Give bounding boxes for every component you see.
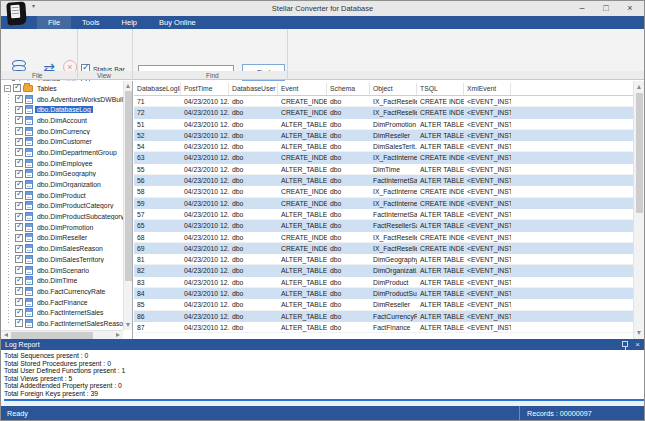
cell-posttime: 04/23/2010 12... [181,119,229,129]
scrollbar-thumb[interactable] [125,91,132,281]
scroll-left-icon[interactable] [4,333,8,337]
tab-file[interactable]: File [37,16,71,29]
scroll-down-icon[interactable] [637,331,641,335]
checkbox-icon[interactable]: ✓ [15,213,23,221]
table-row[interactable]: 5804/23/2010 12...dboCREATE_INDEXdboIX_F… [134,186,633,197]
column-header-tsql[interactable]: TSQL [417,83,464,95]
checkbox-icon[interactable]: ✓ [15,287,23,295]
pin-icon[interactable] [622,341,628,347]
table-row[interactable]: 6504/23/2010 12...dboALTER_TABLEdboFactR… [134,220,633,231]
checkbox-icon[interactable]: ✓ [15,116,23,124]
checkbox-icon[interactable]: ✓ [15,266,23,274]
column-header-databaseuser[interactable]: DatabaseUser [229,83,278,95]
checkbox-icon[interactable]: ✓ [15,202,23,210]
column-header-posttime[interactable]: PostTime [181,83,229,95]
grid-vertical-scrollbar[interactable] [633,81,644,339]
cell-databaselogid: 71 [134,96,181,106]
maximize-button[interactable]: □ [594,1,618,16]
checkbox-icon[interactable]: ✓ [15,309,23,317]
scroll-up-icon[interactable] [126,84,130,88]
app-logo-icon[interactable] [6,1,27,25]
scrollbar-thumb[interactable] [636,93,643,213]
table-row[interactable]: 8704/23/2010 12...dboALTER_TABLEdboFactF… [134,322,633,333]
checkbox-icon[interactable]: ✓ [15,106,23,114]
scroll-up-icon[interactable] [637,85,641,89]
table-row[interactable]: 8604/23/2010 12...dboALTER_TABLEdboFactC… [134,311,633,322]
minimize-button[interactable]: – [570,1,594,16]
scrollbar-thumb[interactable] [11,332,93,339]
checkbox-icon[interactable]: ✓ [15,319,23,327]
table-row[interactable]: 5204/23/2010 12...dboALTER_TABLEdboDimRe… [134,130,633,141]
cell-posttime: 04/23/2010 12... [181,141,229,151]
checkbox-icon[interactable]: ✓ [15,148,23,156]
checkbox-icon[interactable]: ✓ [15,234,23,242]
column-header-xmlevent[interactable]: XmlEvent [464,83,511,95]
table-row[interactable]: 6804/23/2010 12...dboCREATE_INDEXdboIX_F… [134,232,633,243]
column-header-schema[interactable]: Schema [327,83,370,95]
cell-databaseuser: dbo [229,209,278,219]
table-row[interactable]: 5604/23/2010 12...dboALTER_TABLEdboFactI… [134,175,633,186]
cell-object: FactInternetSal... [370,175,417,186]
table-row[interactable]: 5104/23/2010 12...dboALTER_TABLEdboDimPr… [134,119,633,130]
checkbox-icon[interactable]: ✓ [15,191,23,199]
column-header-databaselogid[interactable]: DatabaseLogID [134,83,181,95]
cell-event: CREATE_INDEX [278,96,327,106]
tree-expander-icon[interactable]: − [4,85,11,92]
table-row[interactable]: 8504/23/2010 12...dboALTER_TABLEdboDimRe… [134,299,633,310]
tree-vertical-scrollbar[interactable] [123,81,132,330]
log-line: Total Sequences present : 0 [4,352,644,360]
column-header-object[interactable]: Object [370,83,417,95]
checkbox-icon[interactable]: ✓ [15,255,23,263]
cell-tsql: ALTER TABLE [... [417,254,464,264]
table-row[interactable]: 5504/23/2010 12...dboALTER_TABLEdboDimTi… [134,164,633,175]
tab-help[interactable]: Help [111,16,148,29]
cell-tsql: ALTER TABLE [... [417,164,464,174]
cell-xmlevent: <EVENT_INST... [464,141,511,151]
table-row[interactable]: 6904/23/2010 12...dboCREATE_INDEXdboIX_F… [134,243,633,254]
tree-item[interactable]: ✓dbo.FactInternetSalesReason [1,318,123,329]
table-row[interactable]: 8404/23/2010 12...dboALTER_TABLEdboDimPr… [134,288,633,299]
table-row[interactable]: 7104/23/2010 12...dboCREATE_INDEXdboIX_F… [134,96,633,107]
checkbox-icon[interactable]: ✓ [15,170,23,178]
tab-tools[interactable]: Tools [71,16,111,29]
tree-root-label: Tables [35,85,59,92]
cell-xmlevent: <EVENT_INST... [464,119,511,129]
checkbox-icon[interactable]: ✓ [15,181,23,189]
table-row[interactable]: 5704/23/2010 12...dboALTER_TABLEdboFactI… [134,209,633,220]
checkbox-icon[interactable]: ✓ [15,138,23,146]
table-row[interactable]: 5404/23/2010 12...dboALTER_TABLEdboDimSa… [134,141,633,152]
scroll-right-icon[interactable] [116,333,120,337]
checkbox-icon[interactable]: ✓ [15,95,23,103]
cell-databaselogid: 82 [134,265,181,276]
checkbox-icon[interactable]: ✓ [15,159,23,167]
table-row[interactable]: 8204/23/2010 12...dboALTER_TABLEdboDimOr… [134,265,633,276]
table-icon [25,244,33,253]
cell-databaseuser: dbo [229,152,278,163]
checkbox-icon[interactable]: ✓ [15,245,23,253]
cell-object: DimProduct [370,277,417,287]
checkbox-icon[interactable]: ✓ [15,223,23,231]
table-row[interactable]: 6304/23/2010 12...dboCREATE_INDEXdboIX_F… [134,152,633,163]
checkbox-icon[interactable]: ✓ [15,127,23,135]
table-row[interactable]: 8304/23/2010 12...dboALTER_TABLEdboDimPr… [134,277,633,288]
close-panel-icon[interactable]: × [635,339,640,350]
close-button[interactable]: × [618,1,642,16]
table-row[interactable]: 8104/23/2010 12...dboALTER_TABLEdboDimGe… [134,254,633,265]
cell-databaselogid: 86 [134,311,181,322]
cell-event: CREATE_INDEX [278,186,327,196]
cell-tsql: CREATE INDEX... [417,186,464,196]
checkbox-icon[interactable]: ✓ [15,277,23,285]
cell-posttime: 04/23/2010 12... [181,107,229,118]
table-row[interactable]: 7204/23/2010 12...dboCREATE_INDEXdboIX_F… [134,107,633,118]
checkbox-icon[interactable]: ✓ [15,298,23,306]
tree-horizontal-scrollbar[interactable] [1,330,123,339]
scroll-down-icon[interactable] [126,323,130,327]
table-row[interactable]: 5904/23/2010 12...dboCREATE_INDEXdboIX_F… [134,198,633,209]
tab-buy-online[interactable]: Buy Online [148,16,207,29]
checkbox-icon[interactable]: ✓ [13,84,21,92]
cell-object: DimGeography [370,254,417,264]
cell-schema: dbo [327,141,370,151]
column-header-event[interactable]: Event [278,83,327,95]
tables-tree-panel: −✓Tables✓dbo.AdventureWorksDWBuildV✓dbo.… [1,81,133,339]
log-report-header: Log Report × [1,339,644,350]
